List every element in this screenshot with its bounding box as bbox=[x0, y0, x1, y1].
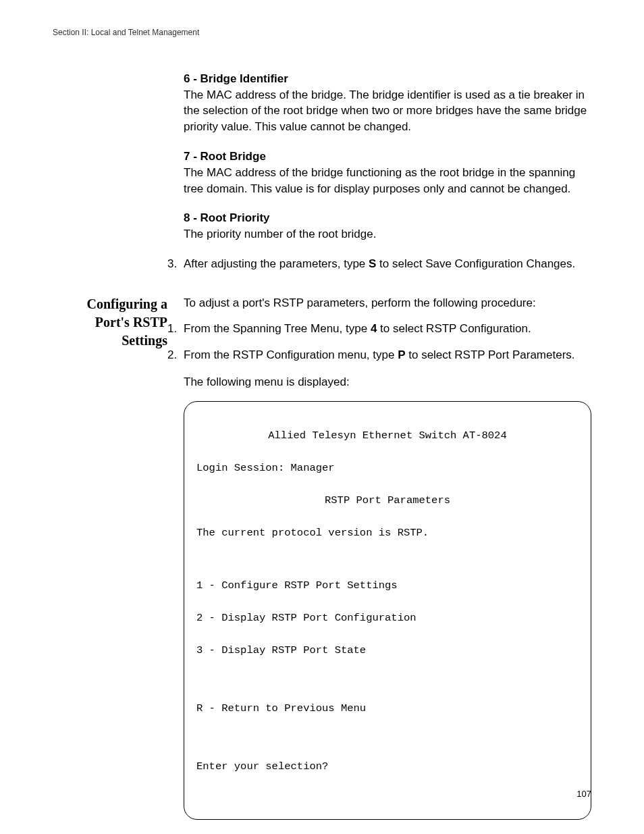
terminal-prompt: Enter your selection? bbox=[196, 758, 579, 775]
step-text-post: to select RSTP Port Parameters. bbox=[406, 348, 575, 361]
section-heading-line2: Port's RSTP bbox=[95, 315, 167, 330]
step-text-pre: After adjusting the parameters, type bbox=[184, 257, 369, 270]
left-margin-spacer bbox=[53, 71, 167, 283]
terminal-subtitle: RSTP Port Parameters bbox=[196, 492, 579, 509]
def-8-body: The priority number of the root bridge. bbox=[184, 226, 591, 242]
terminal-menu: Allied Telesyn Ethernet Switch AT-8024 L… bbox=[184, 401, 591, 820]
step-text-pre: From the Spanning Tree Menu, type bbox=[184, 322, 371, 335]
def-7-title: 7 - Root Bridge bbox=[184, 149, 591, 165]
terminal-protocol: The current protocol version is RSTP. bbox=[196, 525, 579, 541]
key-4: 4 bbox=[371, 322, 377, 335]
step-number: 3. bbox=[167, 256, 184, 272]
terminal-title: Allied Telesyn Ethernet Switch AT-8024 bbox=[196, 427, 579, 444]
terminal-opt-3: 3 - Display RSTP Port State bbox=[196, 642, 579, 658]
step-text-post: to select RSTP Configuration. bbox=[377, 322, 531, 335]
key-s: S bbox=[369, 257, 376, 270]
section-heading-line1: Configuring a bbox=[87, 296, 167, 311]
section-intro: To adjust a port's RSTP parameters, perf… bbox=[184, 295, 591, 311]
step-2: 2. From the RSTP Configuration menu, typ… bbox=[167, 347, 591, 363]
step-text-pre: From the RSTP Configuration menu, type bbox=[184, 348, 398, 361]
step-text-post: to select Save Configuration Changes. bbox=[376, 257, 575, 270]
key-p: P bbox=[398, 348, 405, 361]
terminal-opt-r: R - Return to Previous Menu bbox=[196, 700, 579, 716]
terminal-opt-1: 1 - Configure RSTP Port Settings bbox=[196, 577, 579, 594]
follow-menu-text: The following menu is displayed: bbox=[184, 374, 591, 390]
step-save-config: 3. After adjusting the parameters, type … bbox=[167, 256, 591, 272]
page-number: 107 bbox=[576, 788, 591, 800]
terminal-opt-2: 2 - Display RSTP Port Configuration bbox=[196, 610, 579, 626]
def-6-body: The MAC address of the bridge. The bridg… bbox=[184, 87, 591, 135]
def-7-body: The MAC address of the bridge functionin… bbox=[184, 165, 591, 197]
def-8-title: 8 - Root Priority bbox=[184, 210, 591, 226]
def-6-title: 6 - Bridge Identifier bbox=[184, 71, 591, 87]
step-number: 2. bbox=[167, 347, 184, 363]
terminal-login: Login Session: Manager bbox=[196, 460, 579, 476]
section-heading-line3: Settings bbox=[122, 333, 167, 348]
step-number: 1. bbox=[167, 321, 184, 337]
running-header: Section II: Local and Telnet Management bbox=[53, 27, 591, 38]
step-1: 1. From the Spanning Tree Menu, type 4 t… bbox=[167, 321, 591, 337]
section-heading: Configuring a Port's RSTP Settings bbox=[53, 295, 167, 350]
